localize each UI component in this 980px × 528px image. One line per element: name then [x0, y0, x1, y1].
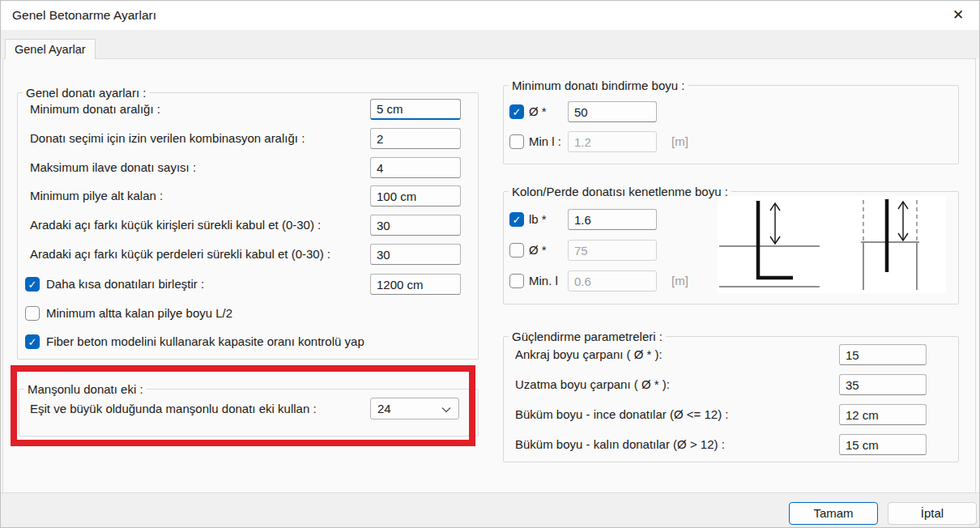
- perdeleri-surekli-kabul-input[interactable]: [370, 244, 461, 265]
- ok-button[interactable]: Tamam: [789, 502, 878, 525]
- cancel-button[interactable]: İptal: [888, 502, 977, 525]
- field-label: Donatı seçimi için izin verilen kombinas…: [30, 128, 305, 149]
- title-bar: Genel Betonarme Ayarları ✕: [1, 1, 980, 30]
- kirisleri-surekli-kabul-input[interactable]: [370, 215, 461, 236]
- field-label: Min l :: [529, 131, 561, 152]
- kenetlenme-min-l-checkbox[interactable]: [509, 274, 524, 288]
- kenetlenme-lb-checkbox[interactable]: [509, 212, 524, 227]
- group-title: Minimum donatı bindirme boyu :: [509, 79, 688, 92]
- field-label: Aradaki açı farkı küçük perdeleri sürekl…: [30, 244, 330, 265]
- field-label: Ø *: [529, 240, 547, 261]
- unit-label: [m]: [671, 131, 688, 152]
- group-title: Manşonlu donatı eki :: [24, 382, 147, 396]
- minimum-donati-araligi-input[interactable]: [370, 99, 461, 120]
- bukum-boyu-kalin-input[interactable]: [839, 434, 927, 455]
- kenetlenme-fi-input: [568, 240, 657, 261]
- tab-strip: [1, 30, 980, 58]
- bindirme-min-l-input: [568, 131, 657, 152]
- field-label: Uzatma boyu çarpanı ( Ø * ):: [515, 374, 670, 395]
- dialog-genel-betonarme-ayarlari: Genel Betonarme Ayarları ✕ Genel Ayarlar…: [0, 0, 980, 528]
- checkbox-label: Daha kısa donatıları birleştir :: [46, 274, 204, 295]
- kombinasyon-araligi-input[interactable]: [370, 128, 461, 149]
- field-label: Min. l: [529, 270, 558, 292]
- group-title: Güçlendirme parametreleri :: [509, 330, 666, 343]
- chevron-down-icon: [441, 407, 451, 413]
- close-icon[interactable]: ✕: [940, 1, 976, 30]
- field-label: Büküm boyu - ince donatılar (Ø <= 12) :: [515, 404, 728, 425]
- group-title: Kolon/Perde donatısı kenetlenme boyu :: [509, 185, 731, 198]
- fiber-beton-modeli-checkbox[interactable]: [25, 334, 40, 349]
- field-label: Minimum donatı aralığı :: [30, 99, 160, 120]
- kenetlenme-lb-input[interactable]: [568, 209, 657, 230]
- field-label: Eşit ve büyük olduğunda manşonlu donatı …: [30, 398, 317, 419]
- field-label: Aradaki açı farkı küçük kirişleri sürekl…: [30, 215, 321, 236]
- field-label: Ankraj boyu çarpanı ( Ø * ):: [515, 344, 663, 365]
- minimum-pilye-alt-kalan-input[interactable]: [370, 185, 461, 207]
- bindirme-fi-checkbox[interactable]: [509, 104, 524, 119]
- bindirme-min-l-checkbox[interactable]: [509, 134, 524, 149]
- dropdown-value: 24: [377, 398, 391, 419]
- mansonlu-donati-eki-dropdown[interactable]: 24: [370, 398, 459, 419]
- field-label: Ø *: [529, 101, 547, 122]
- field-label: Büküm boyu - kalın donatılar (Ø > 12) :: [515, 434, 725, 455]
- kenetlenme-fi-checkbox[interactable]: [509, 243, 524, 258]
- tab-genel-ayarlar[interactable]: Genel Ayarlar: [5, 39, 96, 59]
- checkbox-label: Minimum altta kalan pilye boyu L/2: [46, 303, 232, 324]
- anchorage-diagram: [718, 196, 946, 293]
- uzatma-boyu-carpani-input[interactable]: [839, 374, 927, 395]
- ankraj-boyu-carpani-input[interactable]: [839, 344, 927, 365]
- maksimum-ilave-donati-input[interactable]: [370, 157, 461, 178]
- dialog-title: Genel Betonarme Ayarları: [12, 1, 156, 30]
- birlestir-boyu-input[interactable]: [370, 274, 461, 295]
- field-label: Minimum pilye alt kalan :: [30, 185, 163, 207]
- group-title: Genel donatı ayarları :: [23, 86, 149, 100]
- bukum-boyu-ince-input[interactable]: [839, 404, 927, 425]
- kenetlenme-min-l-input: [568, 270, 657, 292]
- bindirme-fi-input[interactable]: [568, 101, 657, 122]
- checkbox-label: Fiber beton modelini kullanarak kapasite…: [46, 331, 364, 352]
- daha-kisa-donatilari-birlestir-checkbox[interactable]: [25, 277, 40, 292]
- field-label: Maksimum ilave donatı sayısı :: [30, 157, 196, 178]
- unit-label: [m]: [671, 270, 688, 292]
- field-label: lb *: [529, 209, 547, 230]
- minimum-altta-kalan-pilye-checkbox[interactable]: [25, 306, 40, 321]
